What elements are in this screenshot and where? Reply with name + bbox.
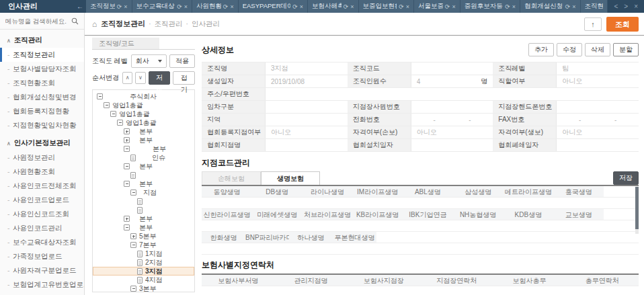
- close-icon[interactable]: ×: [406, 3, 409, 10]
- field-value[interactable]: [557, 139, 639, 151]
- collapse-node-icon[interactable]: [97, 93, 103, 99]
- field-value[interactable]: 아니오: [557, 75, 639, 87]
- open-tab[interactable]: 조직정보관리⟳×: [86, 0, 132, 13]
- tree-node[interactable]: 3지점: [93, 267, 194, 276]
- field-value[interactable]: --: [557, 114, 639, 126]
- field-value[interactable]: [557, 101, 639, 113]
- collapse-node-icon[interactable]: [124, 163, 130, 169]
- close-icon[interactable]: ×: [572, 3, 575, 10]
- field-value[interactable]: 아니오: [266, 126, 348, 138]
- collapse-node-icon[interactable]: [104, 102, 110, 108]
- sidebar-section-header[interactable]: ∧조직관리: [0, 30, 84, 48]
- tree-node[interactable]: 주식회사: [93, 92, 194, 101]
- sidebar-item-보험사별담당자조회[interactable]: -보험사별담당자조회: [0, 62, 84, 76]
- field-value[interactable]: 아니오: [411, 126, 493, 138]
- open-tab[interactable]: EASYPAPER데이터조회⟳×: [239, 0, 308, 13]
- sidebar-item-조직현황조회[interactable]: -조직현황조회: [0, 76, 84, 90]
- tree-node[interactable]: 인슈: [93, 153, 194, 162]
- open-tab[interactable]: 보험사해촉신청⟳×: [308, 0, 359, 13]
- field-value[interactable]: 팀: [557, 62, 639, 75]
- tab-life-insurance[interactable]: 생명보험: [261, 171, 320, 185]
- open-tab[interactable]: 조직현황: [581, 0, 608, 13]
- refresh-icon[interactable]: ⟳: [117, 3, 122, 10]
- close-icon[interactable]: ×: [300, 3, 303, 10]
- split-button[interactable]: 분할: [613, 43, 639, 56]
- field-value[interactable]: 2019/10/08: [266, 75, 348, 87]
- expand-node-icon[interactable]: [124, 216, 130, 222]
- tree-node[interactable]: [93, 171, 194, 179]
- sidebar-item-사용인코드관리[interactable]: -사용인코드관리: [0, 221, 84, 235]
- field-value[interactable]: [266, 88, 639, 100]
- collapse-button[interactable]: 접기: [173, 71, 195, 85]
- tree-node[interactable]: 4지점: [93, 276, 194, 284]
- field-value[interactable]: [411, 62, 493, 75]
- expand-node-icon[interactable]: [124, 128, 130, 134]
- query-button[interactable]: 조회: [606, 17, 639, 32]
- field-value[interactable]: 3지점: [266, 62, 348, 75]
- tree-node[interactable]: 영업1총괄: [93, 110, 194, 118]
- close-icon[interactable]: ×: [230, 3, 233, 10]
- tree-node[interactable]: 7본부: [93, 241, 194, 249]
- field-value[interactable]: --: [411, 114, 493, 126]
- tree-node[interactable]: 본부: [93, 127, 194, 136]
- refresh-icon[interactable]: ⟳: [177, 3, 182, 10]
- back-arrow-icon[interactable]: ←: [74, 0, 86, 13]
- tree-node[interactable]: 영업1총괄: [93, 118, 194, 127]
- scroll-top-button[interactable]: ↑: [584, 17, 602, 31]
- open-tab[interactable]: 보수교육대상자조회⟳×: [132, 0, 192, 13]
- edit-button[interactable]: 수정: [557, 43, 582, 56]
- tree-node[interactable]: 영업1총괄: [93, 101, 194, 110]
- field-value[interactable]: [266, 101, 348, 113]
- sidebar-item-보수교육대상자조회[interactable]: -보수교육대상자조회: [0, 235, 84, 249]
- grid-scrollbar[interactable]: [635, 187, 639, 234]
- refresh-icon[interactable]: ⟳: [399, 3, 404, 10]
- tree-node[interactable]: 지점: [93, 188, 194, 197]
- apply-button[interactable]: 적용: [169, 54, 195, 68]
- expand-node-icon[interactable]: [130, 233, 136, 239]
- expand-node-icon[interactable]: [124, 137, 130, 143]
- sidebar-item-협회개설신청및변경[interactable]: -협회개설신청및변경: [0, 90, 84, 104]
- close-icon[interactable]: ×: [452, 3, 455, 10]
- collapse-node-icon[interactable]: [110, 111, 116, 117]
- grid-empty-row[interactable]: [202, 243, 639, 255]
- contact-empty-row[interactable]: [202, 286, 639, 295]
- org-level-select[interactable]: 회사: [131, 54, 167, 68]
- tree-node[interactable]: 2지점: [93, 258, 194, 267]
- prev-tab-icon[interactable]: <: [614, 3, 618, 10]
- sidebar-item-가족정보업로드[interactable]: -가족정보업로드: [0, 249, 84, 263]
- close-icon[interactable]: ×: [184, 3, 188, 10]
- field-value[interactable]: [411, 101, 493, 113]
- breadcrumb-item[interactable]: 인사관리: [192, 19, 220, 28]
- tree-node[interactable]: 3본부: [93, 284, 194, 292]
- sidebar-item-지점현황및임차현황[interactable]: -지점현황및임차현황: [0, 118, 84, 132]
- tree-node[interactable]: 1지점: [93, 249, 194, 258]
- home-icon[interactable]: ⌂: [92, 19, 97, 29]
- collapse-node-icon[interactable]: [130, 286, 136, 292]
- open-tab[interactable]: 사원현황조회⟳×: [192, 0, 239, 13]
- tree-node[interactable]: 본부: [93, 179, 194, 188]
- sidebar-item-사원자격구분업로드[interactable]: -사원자격구분업로드: [0, 263, 84, 278]
- search-icon[interactable]: [71, 17, 79, 25]
- sidebar-item-사원정보관리[interactable]: -사원정보관리: [0, 151, 84, 165]
- tree-node[interactable]: [93, 197, 194, 206]
- refresh-icon[interactable]: ⟳: [445, 3, 450, 10]
- open-tab[interactable]: 서울보증보험⟳×: [414, 0, 460, 13]
- refresh-icon[interactable]: ⟳: [292, 3, 298, 10]
- tree-node[interactable]: 본부: [93, 214, 194, 223]
- collapse-node-icon[interactable]: [124, 224, 130, 230]
- next-tab-icon[interactable]: >: [624, 3, 628, 10]
- field-value[interactable]: [266, 139, 348, 151]
- field-value[interactable]: [411, 139, 493, 151]
- tree-node[interactable]: [93, 206, 194, 214]
- field-value[interactable]: 아니오: [557, 126, 639, 138]
- sidebar-item-조직정보관리[interactable]: -조직정보관리: [0, 48, 84, 62]
- close-icon[interactable]: ×: [124, 3, 127, 10]
- sidebar-item-협회등록지점현황[interactable]: -협회등록지점현황: [0, 104, 84, 118]
- move-down-button[interactable]: ∨: [135, 72, 145, 84]
- field-value[interactable]: 4명: [411, 75, 493, 87]
- sidebar-item-보험업계고유번호업로드[interactable]: -보험업계고유번호업로드: [0, 278, 84, 292]
- tree-node[interactable]: 본부: [93, 223, 194, 232]
- refresh-icon[interactable]: ⟳: [223, 3, 229, 10]
- collapse-node-icon[interactable]: [124, 181, 130, 187]
- grid-empty-row[interactable]: [202, 220, 639, 232]
